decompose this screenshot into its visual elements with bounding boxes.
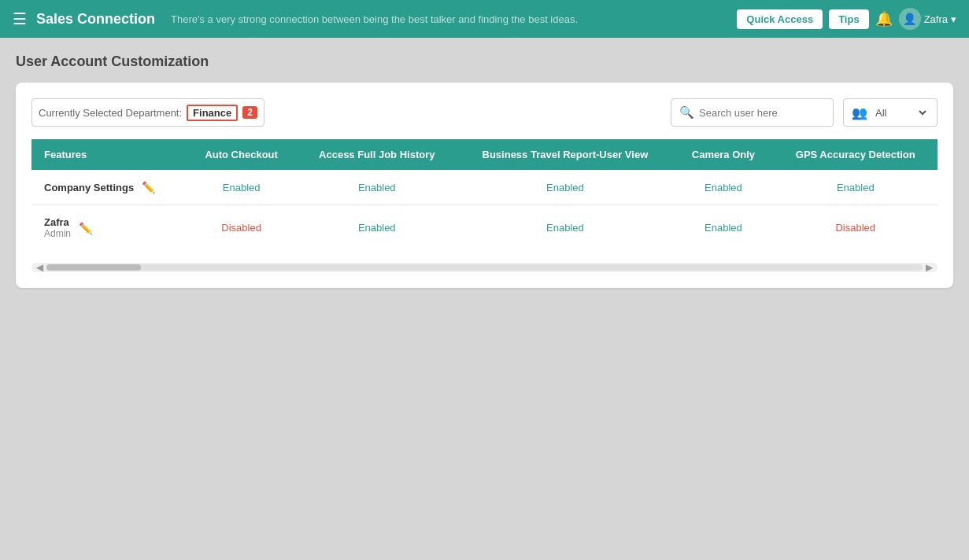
tips-button[interactable]: Tips — [829, 9, 869, 29]
table-header-row: Features Auto Checkout Access Full Job H… — [31, 139, 938, 170]
avatar: 👤 — [899, 8, 921, 30]
col-features: Features — [31, 139, 186, 170]
header: ☰ Sales Connection There's a very strong… — [0, 0, 969, 38]
row-name-cell: Zafra Admin ✏️ — [31, 205, 186, 251]
status-badge: Enabled — [546, 182, 584, 193]
row-name: Company Settings — [44, 182, 134, 193]
department-badge: 2 — [242, 106, 257, 119]
scrollbar-thumb[interactable] — [46, 264, 141, 271]
features-table: Features Auto Checkout Access Full Job H… — [31, 139, 938, 250]
department-selector[interactable]: Currently Selected Department: Finance 2 — [31, 98, 264, 127]
feature-cell: Enabled — [297, 205, 457, 251]
page-content: User Account Customization Currently Sel… — [0, 38, 969, 304]
table-wrapper: Features Auto Checkout Access Full Job H… — [31, 139, 938, 250]
col-access-full-job-history: Access Full Job History — [297, 139, 457, 170]
scroll-right-arrow[interactable]: ▶ — [923, 262, 936, 273]
col-gps-accuracy: GPS Accuracy Detection — [774, 139, 938, 170]
feature-cell: Enabled — [457, 205, 673, 251]
bell-icon[interactable]: 🔔 — [875, 10, 893, 28]
chevron-down-icon: ▾ — [951, 13, 956, 25]
col-auto-checkout: Auto Checkout — [186, 139, 297, 170]
status-badge: Disabled — [221, 222, 261, 234]
status-badge: Enabled — [837, 182, 875, 193]
main-card: Currently Selected Department: Finance 2… — [16, 83, 953, 288]
feature-cell: Enabled — [774, 170, 938, 205]
quick-access-button[interactable]: Quick Access — [737, 9, 823, 29]
table-row: Zafra Admin ✏️ DisabledEnabledEnabledEna… — [31, 205, 938, 251]
horizontal-scrollbar[interactable]: ◀ ▶ — [31, 263, 938, 272]
feature-cell: Enabled — [297, 170, 457, 205]
feature-cell: Enabled — [673, 170, 773, 205]
col-camera-only: Camera Only — [673, 139, 773, 170]
edit-icon[interactable]: ✏️ — [142, 181, 155, 193]
status-badge: Disabled — [835, 222, 875, 234]
user-name: Zafra — [924, 13, 948, 25]
menu-icon[interactable]: ☰ — [13, 9, 27, 28]
feature-cell: Enabled — [457, 170, 673, 205]
table-row: Company Settings ✏️ EnabledEnabledEnable… — [31, 170, 938, 205]
feature-cell: Enabled — [186, 170, 297, 205]
page-title: User Account Customization — [16, 53, 953, 70]
status-badge: Enabled — [223, 182, 261, 193]
user-menu[interactable]: 👤 Zafra ▾ — [899, 8, 956, 30]
search-input[interactable] — [699, 107, 825, 119]
department-label: Currently Selected Department: — [39, 107, 182, 119]
edit-icon[interactable]: ✏️ — [79, 222, 92, 234]
row-name-cell: Company Settings ✏️ — [31, 170, 186, 205]
row-name: Zafra — [44, 216, 71, 228]
person-filter-icon: 👥 — [852, 105, 867, 120]
search-icon: 🔍 — [679, 105, 694, 120]
status-badge: Enabled — [358, 182, 396, 193]
status-badge: Enabled — [358, 222, 396, 234]
toolbar: Currently Selected Department: Finance 2… — [31, 98, 938, 127]
search-wrapper: 🔍 — [671, 98, 834, 127]
status-badge: Enabled — [705, 182, 742, 193]
feature-cell: Enabled — [673, 205, 773, 251]
filter-select[interactable]: All Admin User — [872, 106, 929, 120]
feature-cell: Disabled — [774, 205, 938, 251]
feature-cell: Disabled — [186, 205, 297, 251]
col-business-travel: Business Travel Report-User View — [457, 139, 673, 170]
status-badge: Enabled — [705, 222, 742, 234]
header-marquee: There's a very strong connection between… — [171, 13, 727, 25]
scroll-left-arrow[interactable]: ◀ — [33, 262, 46, 273]
app-title: Sales Connection — [36, 11, 155, 28]
filter-wrapper: 👥 All Admin User — [843, 98, 938, 127]
status-badge: Enabled — [546, 222, 584, 234]
scrollbar-track[interactable] — [46, 264, 923, 271]
header-right: Quick Access Tips 🔔 👤 Zafra ▾ — [737, 8, 956, 30]
row-sub: Admin — [44, 228, 71, 239]
department-value: Finance — [187, 105, 238, 121]
